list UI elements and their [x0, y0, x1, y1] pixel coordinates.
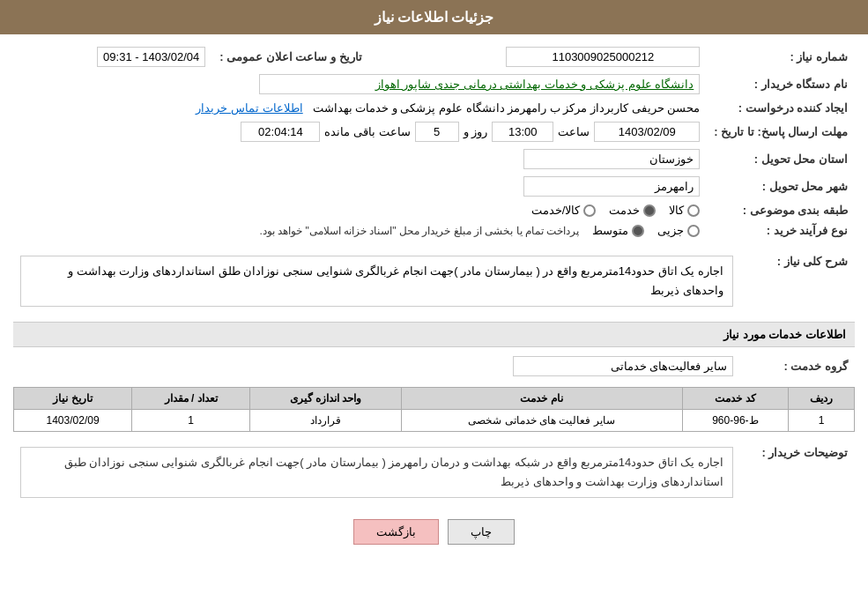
- print-button[interactable]: چاپ: [448, 519, 515, 545]
- buyer-note-table: توضیحات خریدار : اجاره یک اتاق حدود14متر…: [13, 439, 855, 506]
- need-number-label: شماره نیاز :: [707, 43, 855, 71]
- response-days: 5: [415, 122, 459, 142]
- purchase-note: پرداخت تمام یا بخشی از مبلغ خریدار محل "…: [259, 225, 579, 237]
- radio-khedmat: [643, 204, 656, 217]
- radio-motavaset: [632, 225, 644, 237]
- service-group-table: گروه خدمت : سایر فعالیت‌های خدماتی: [13, 353, 855, 380]
- creator-cell: محسن حریفی کاربرداز مرکز ب رامهرمز دانشگ…: [13, 98, 707, 118]
- city-value: رامهرمز: [523, 176, 700, 197]
- category-kala-khedmat-label: کالا/خدمت: [531, 204, 581, 217]
- creator-value: محسن حریفی کاربرداز مرکز ب رامهرمز دانشگ…: [313, 101, 701, 115]
- buyer-note-text: اجاره یک اتاق حدود14مترمربع واقع در شبکه…: [20, 447, 733, 498]
- buyer-note-label: توضیحات خریدار :: [740, 439, 855, 506]
- province-label: استان محل تحویل :: [707, 145, 855, 173]
- cell-unit: قرارداد: [250, 410, 402, 432]
- category-option-kala-khedmat: کالا/خدمت: [531, 204, 597, 217]
- service-group-value: سایر فعالیت‌های خدماتی: [513, 356, 733, 376]
- need-number-value: 1103009025000212: [506, 47, 700, 67]
- cell-name: سایر فعالیت های خدماتی شخصی: [401, 410, 682, 432]
- radio-kala: [687, 204, 700, 217]
- cell-code: ط-96-960: [682, 410, 789, 432]
- description-cell: اجاره یک اتاق حدود14مترمربع واقع در ( بی…: [13, 248, 740, 315]
- cell-row: 1: [789, 410, 855, 432]
- buyer-name-cell: دانشگاه علوم پزشکی و خدمات بهداشتی درمان…: [13, 71, 707, 98]
- purchase-type-label: نوع فرآیند خرید :: [707, 220, 855, 241]
- col-header-row: ردیف: [789, 388, 855, 410]
- response-deadline-label: مهلت ارسال پاسخ: تا تاریخ :: [707, 118, 855, 145]
- purchase-motavaset-label: متوسط: [592, 224, 628, 237]
- description-label: شرح کلی نیاز :: [740, 248, 855, 315]
- creator-label: ایجاد کننده درخواست :: [707, 98, 855, 118]
- table-row: 1 ط-96-960 سایر فعالیت های خدماتی شخصی ق…: [14, 410, 855, 432]
- info-table: شماره نیاز : 1103009025000212 تاریخ و سا…: [13, 43, 855, 241]
- col-header-name: نام خدمت: [401, 388, 682, 410]
- announce-cell: 1403/02/04 - 09:31: [13, 43, 212, 71]
- buyer-note-cell: اجاره یک اتاق حدود14مترمربع واقع در شبکه…: [13, 439, 740, 506]
- announce-label: تاریخ و ساعت اعلان عمومی :: [212, 43, 368, 71]
- category-khedmat-label: خدمت: [609, 204, 640, 217]
- page-title: جزئیات اطلاعات نیاز: [375, 10, 494, 25]
- response-countdown-label: ساعت باقی مانده: [324, 125, 410, 138]
- buyer-name-value: دانشگاه علوم پزشکی و خدمات بهداشتی درمان…: [259, 74, 700, 94]
- description-text: اجاره یک اتاق حدود14مترمربع واقع در ( بی…: [20, 256, 733, 307]
- category-label: طبقه بندی موضوعی :: [707, 200, 855, 220]
- cell-qty: 1: [132, 410, 250, 432]
- response-date: 1403/02/09: [594, 122, 700, 142]
- province-cell: خوزستان: [13, 145, 707, 173]
- response-time-label: ساعت: [558, 125, 590, 138]
- button-row: چاپ بازگشت: [13, 519, 855, 545]
- need-number-cell: 1103009025000212: [369, 43, 708, 71]
- category-option-khedmat: خدمت: [609, 204, 656, 217]
- back-button[interactable]: بازگشت: [353, 519, 439, 545]
- purchase-option-jozi: جزیی: [657, 224, 700, 237]
- page-header: جزئیات اطلاعات نیاز: [0, 0, 868, 34]
- response-days-label: روز و: [464, 125, 488, 138]
- service-group-label: گروه خدمت :: [740, 353, 855, 380]
- col-header-code: کد خدمت: [682, 388, 789, 410]
- col-header-qty: تعداد / مقدار: [132, 388, 250, 410]
- cell-date: 1403/02/09: [14, 410, 132, 432]
- response-deadline-cell: 1403/02/09 ساعت 13:00 روز و 5 ساعت باقی …: [13, 118, 707, 145]
- services-table: ردیف کد خدمت نام خدمت واحد اندازه گیری ت…: [13, 387, 855, 432]
- response-countdown: 02:04:14: [241, 122, 320, 142]
- category-cell: کالا خدمت کالا/خدمت: [13, 200, 707, 220]
- radio-kala-khedmat: [583, 204, 596, 217]
- buyer-name-label: نام دستگاه خریدار :: [707, 71, 855, 98]
- description-table: شرح کلی نیاز : اجاره یک اتاق حدود14مترمر…: [13, 248, 855, 315]
- category-option-kala: کالا: [669, 204, 700, 217]
- purchase-option-motavaset: متوسط: [592, 224, 644, 237]
- city-label: شهر محل تحویل :: [707, 173, 855, 200]
- service-group-cell: سایر فعالیت‌های خدماتی: [13, 353, 740, 380]
- col-header-unit: واحد اندازه گیری: [250, 388, 402, 410]
- services-section-header: اطلاعات خدمات مورد نیاز: [13, 322, 855, 347]
- province-value: خوزستان: [523, 149, 700, 169]
- radio-jozi: [687, 225, 700, 237]
- response-time: 13:00: [492, 122, 553, 142]
- purchase-jozi-label: جزیی: [657, 224, 684, 237]
- city-cell: رامهرمز: [13, 173, 707, 200]
- col-header-date: تاریخ نیاز: [14, 388, 132, 410]
- category-kala-label: کالا: [669, 204, 684, 217]
- announce-value: 1403/02/04 - 09:31: [97, 47, 205, 67]
- purchase-type-cell: جزیی متوسط پرداخت تمام یا بخشی از مبلغ خ…: [13, 220, 707, 241]
- creator-link[interactable]: اطلاعات تماس خریدار: [196, 101, 302, 115]
